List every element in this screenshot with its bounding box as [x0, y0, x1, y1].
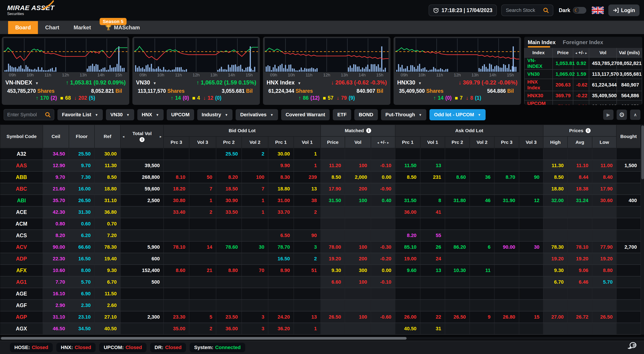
index-row-hnx30[interactable]: HNX30369.79-0.2235,409,500564,886 [524, 91, 642, 100]
search-stock-input[interactable]: Search Stock [501, 4, 553, 16]
col-bought[interactable]: Bought [616, 125, 641, 148]
col-change[interactable]: ◂ +/- ▸ [573, 48, 589, 57]
login-button[interactable]: Login [608, 4, 640, 16]
index-name-dropdown[interactable]: HNX30 ▼ [397, 79, 422, 86]
ask-cell [420, 148, 445, 160]
col-ask-prc3[interactable]: Prc 3 [494, 137, 519, 148]
board-row-AFX[interactable]: AFX10.608.009.30152,4008.60218.80708.905… [0, 265, 641, 276]
col-ceil[interactable]: Ceil [43, 125, 69, 148]
chat-support-icon[interactable] [628, 341, 638, 352]
group-prices: Pricesi [543, 125, 616, 137]
col-bid-vol1[interactable]: Vol 1 [294, 137, 321, 148]
next-arrow-icon[interactable]: ▸ [585, 51, 587, 55]
index-name-dropdown[interactable]: HNX Index ▼ [266, 79, 301, 86]
index-name-dropdown[interactable]: VN30 ▼ [136, 79, 156, 86]
col-price[interactable]: Price [553, 48, 573, 57]
board-row-ABI[interactable]: ABI35.7026.5031.102,50030.80130.90131.00… [0, 195, 641, 206]
col-val[interactable]: Val (mils) [616, 48, 642, 57]
symbol-cell: ACM [0, 218, 43, 230]
col-bid-prc2[interactable]: Prc 2 [216, 137, 242, 148]
col-ask-vol3[interactable]: Vol 3 [519, 137, 543, 148]
horizontal-scrollbar-thumb[interactable] [1, 337, 406, 340]
search-icon[interactable] [543, 7, 549, 13]
board-row-ABB[interactable]: ABB9.707.308.50268,8008.10508.201008.302… [0, 172, 641, 183]
symbol-search-input[interactable]: Enter Symbol [4, 109, 54, 120]
filter-upcom[interactable]: UPCOM [167, 109, 194, 120]
filter-vn30[interactable]: VN30▼ [106, 109, 134, 120]
col-index[interactable]: Index [524, 48, 553, 57]
col-ref[interactable]: Ref [94, 125, 120, 148]
shift-right-icon[interactable]: ▸ [387, 141, 389, 145]
shift-left-icon[interactable]: ◂ [122, 134, 124, 139]
index-name-dropdown[interactable]: VN-INDEX ▼ [6, 79, 38, 86]
tab-market[interactable]: Market [66, 21, 98, 34]
filter-derivatives[interactable]: Derivatives▼ [236, 109, 278, 120]
col-price-avg[interactable]: Avg [568, 137, 592, 148]
theme-toggle[interactable]: ☾ [573, 7, 586, 14]
tab-board[interactable]: Board [8, 21, 38, 34]
col-matched-price[interactable]: Price [321, 137, 345, 148]
board-row-ACM[interactable]: ACM0.800.600.70 [0, 218, 641, 230]
collapse-button[interactable]: ∧ [630, 110, 640, 120]
tab-foreigner-index[interactable]: Foreigner Index [563, 37, 603, 48]
col-symbol-code[interactable]: Symbol Code [0, 125, 43, 148]
col-vol[interactable]: Vol [589, 48, 616, 57]
settings-button[interactable]: ⚙ [616, 110, 627, 120]
filter-industry[interactable]: Industry▼ [197, 109, 233, 120]
filter-hnx[interactable]: HNX▼ [137, 109, 164, 120]
symbol-search-icon[interactable] [45, 112, 51, 118]
col-total-vol[interactable]: ◂Total Voli▸ [120, 125, 164, 148]
col-bid-prc1[interactable]: Prc 1 [268, 137, 294, 148]
info-icon[interactable]: i [586, 128, 590, 133]
shift-left-icon[interactable]: ◂ [377, 141, 379, 145]
col-ask-vol2[interactable]: Vol 2 [470, 137, 494, 148]
col-ask-prc1[interactable]: Prc 1 [395, 137, 420, 148]
board-row-AG1[interactable]: AG17.705.706.705006.60100-0.106.706.465.… [0, 276, 641, 288]
board-row-AGX[interactable]: AGX46.5034.5040.5035.00236.00336.20140.5… [0, 323, 641, 335]
index-row-upcom-index[interactable]: UPCOM Index78.38-0.3122,418,168332,352 [524, 100, 642, 105]
col-price-low[interactable]: Low [592, 137, 616, 148]
filter-bond[interactable]: BOND [354, 109, 378, 120]
board-row-AGF[interactable]: AGF2.902.302.60 [0, 300, 641, 311]
index-row-hnx-index[interactable]: HNX Index206.63-0.6261,224,344840,907 [524, 79, 642, 91]
board-row-AGE[interactable]: AGE16.106.9011.50 [0, 288, 641, 300]
filter-odd-lot-upcom[interactable]: Odd lot - UPCOM▼ [430, 109, 485, 120]
board-row-ACE[interactable]: ACE42.3031.3036.8033.40233.50133.70236.0… [0, 206, 641, 218]
filter-covered-warrant[interactable]: Covered Warrant [281, 109, 330, 120]
play-scroll-button[interactable]: ▶ [603, 110, 614, 120]
col-price-high[interactable]: High [543, 137, 568, 148]
col-floor[interactable]: Floor [69, 125, 94, 148]
tab-chart[interactable]: Chart [38, 21, 66, 34]
ask-cell: 46 [470, 195, 494, 206]
index-row-vn30[interactable]: VN301,065.021.59113,117,5703,055,681 [524, 69, 642, 79]
tab-main-index[interactable]: Main Index [528, 37, 556, 48]
info-icon[interactable]: i [366, 128, 371, 133]
col-matched-vol[interactable]: Vol [345, 137, 371, 148]
col-bid-vol2[interactable]: Vol 2 [242, 137, 268, 148]
board-row-ADP[interactable]: ADP22.3016.5019.4060016.50219.20200-0.20… [0, 253, 641, 265]
board-row-ABC[interactable]: ABC21.6016.0018.8059,60018.20718.50718.8… [0, 183, 641, 195]
filter-put-through[interactable]: Put-Through▼ [381, 109, 426, 120]
info-icon[interactable]: i [140, 137, 144, 142]
board-row-AAS[interactable]: AAS12.909.7011.3039,5009.90111.20100-0.1… [0, 160, 641, 172]
board-row-A32[interactable]: A3234.5025.5030.0025.50230.001 [0, 148, 641, 160]
filter-favorite-list[interactable]: Favorite List▼ [58, 109, 103, 120]
board-row-ACS[interactable]: ACS8.206.207.206.50908.2055 [0, 230, 641, 241]
board-row-AGP[interactable]: AGP31.1023.1027.102,30023.30523.50324.20… [0, 311, 641, 323]
brand-logo[interactable]: MIRAE ASSET Securities [7, 4, 54, 16]
col-ask-vol1[interactable]: Vol 1 [420, 137, 445, 148]
col-matched-change[interactable]: ◂ +/- ▸ [371, 137, 395, 148]
language-flag-uk[interactable] [592, 6, 604, 14]
vertical-scrollbar-thumb[interactable] [641, 126, 644, 179]
horizontal-scrollbar[interactable] [0, 337, 644, 340]
col-bid-vol3[interactable]: Vol 3 [189, 137, 216, 148]
col-bid-prc3[interactable]: Prc 3 [164, 137, 189, 148]
vertical-scrollbar[interactable] [641, 125, 644, 335]
shift-right-icon[interactable]: ▸ [160, 134, 162, 139]
caret-down-icon: ▼ [95, 113, 98, 117]
filter-etf[interactable]: ETF [333, 109, 351, 120]
board-row-ACV[interactable]: ACV90.0066.6078.305,90078.101478.603078.… [0, 241, 641, 253]
col-ask-prc2[interactable]: Prc 2 [445, 137, 470, 148]
prev-arrow-icon[interactable]: ◂ [575, 51, 577, 55]
index-row-vn-index[interactable]: VN-INDEX1,053.810.92453,785,2708,052,821 [524, 57, 642, 69]
